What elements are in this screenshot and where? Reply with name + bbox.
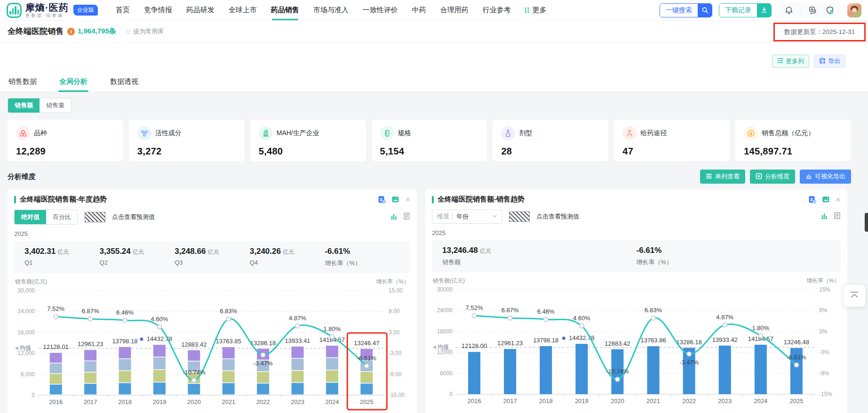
bar-2016-seg2[interactable] <box>50 374 62 384</box>
bar-2017-seg1[interactable] <box>84 384 96 394</box>
excel-download-icon[interactable] <box>378 195 386 203</box>
bar-2019-seg3[interactable] <box>153 357 166 369</box>
bar-2023-seg3[interactable] <box>292 359 304 370</box>
bar-chart-icon[interactable] <box>820 212 828 221</box>
growth-marker-2018[interactable] <box>544 317 548 322</box>
bar-2017[interactable] <box>504 349 516 394</box>
metric-toggle-2[interactable]: 销售量 <box>40 98 71 113</box>
action-button-3[interactable]: 可视化导出 <box>800 170 851 184</box>
stat-card-3[interactable]: MAH/生产企业5,480 <box>250 120 366 161</box>
trend-chart-left[interactable]: 30,00015.0024,0009.0018,0003.0012,000-3.… <box>14 286 410 411</box>
bar-2016-seg3[interactable] <box>50 364 62 373</box>
stat-card-2[interactable]: 活性成分3,272 <box>129 120 245 161</box>
dimension-select[interactable]: 维度：年份 <box>432 210 502 224</box>
nav-item-2[interactable]: 竞争情报 <box>144 0 172 20</box>
bar-2018-seg2[interactable] <box>119 371 131 382</box>
bar-2018-seg4[interactable] <box>119 347 131 358</box>
user-avatar[interactable] <box>847 3 861 17</box>
close-icon[interactable]: × <box>836 195 841 204</box>
report-icon[interactable] <box>403 212 410 222</box>
bar-chart-icon[interactable] <box>390 212 398 222</box>
nav-item-7[interactable]: 一致性评价 <box>363 0 398 20</box>
growth-marker-2025[interactable] <box>365 364 369 368</box>
bar-2021-seg4[interactable] <box>223 347 235 358</box>
growth-marker-2025[interactable] <box>794 363 798 367</box>
more-columns-button[interactable]: 更多列 <box>772 55 809 68</box>
growth-marker-2017[interactable] <box>508 316 512 320</box>
bar-2022-seg1[interactable] <box>257 383 269 394</box>
bar-2016-seg4[interactable] <box>50 353 62 363</box>
close-icon[interactable]: × <box>405 195 410 204</box>
bar-2019-seg4[interactable] <box>153 345 166 356</box>
bar-2021-seg3[interactable] <box>223 359 235 371</box>
quick-search-button[interactable]: 一键搜索 <box>660 3 712 17</box>
set-favorite-button[interactable]: ☆ 设为常用库 <box>125 27 164 36</box>
bar-2023-seg4[interactable] <box>292 347 304 358</box>
nav-item-3[interactable]: 药品研发 <box>186 0 215 20</box>
growth-marker-2021[interactable] <box>651 316 655 320</box>
bar-2025-seg1[interactable] <box>360 383 373 394</box>
tab-1[interactable]: 销售数据 <box>8 73 38 92</box>
bar-2020-seg1[interactable] <box>188 384 200 394</box>
growth-marker-2021[interactable] <box>226 317 231 321</box>
shield-check-icon[interactable] <box>825 5 835 16</box>
bar-2020-seg4[interactable] <box>188 350 200 361</box>
download-history-button[interactable]: 下载记录 <box>719 3 772 17</box>
nav-item-4[interactable]: 全球上市 <box>229 0 257 20</box>
growth-marker-2019[interactable] <box>157 324 161 329</box>
nav-item-1[interactable]: 首页 <box>116 0 130 20</box>
growth-marker-2020[interactable] <box>615 377 620 381</box>
growth-marker-2016[interactable] <box>472 314 477 318</box>
growth-marker-2022[interactable] <box>687 352 691 356</box>
bar-2019-seg1[interactable] <box>153 382 166 394</box>
bar-2018-seg1[interactable] <box>119 383 131 394</box>
bar-2021[interactable] <box>647 346 660 394</box>
growth-marker-2017[interactable] <box>88 317 93 321</box>
image-export-icon[interactable] <box>391 195 399 203</box>
bar-2017-seg3[interactable] <box>84 361 96 372</box>
forecast-hatch-swatch[interactable] <box>509 211 530 222</box>
nav-item-11[interactable]: 更多 <box>525 0 547 20</box>
page-scrollbar-thumb[interactable] <box>865 213 868 232</box>
brand-logo[interactable]: 摩熵·医药 查数据·找摩熵 企业版 <box>7 3 98 18</box>
export-button[interactable]: 导出 <box>814 55 845 68</box>
bar-2018[interactable] <box>540 346 552 394</box>
bar-2017-seg2[interactable] <box>84 373 96 383</box>
bar-2023-seg1[interactable] <box>292 383 304 394</box>
excel-download-icon[interactable] <box>808 195 816 203</box>
nav-item-10[interactable]: 行业参考 <box>483 0 511 20</box>
growth-marker-2019[interactable] <box>580 324 584 328</box>
growth-marker-2024[interactable] <box>758 333 763 338</box>
growth-marker-2023[interactable] <box>295 324 300 328</box>
translate-chat-icon[interactable] <box>808 5 818 16</box>
action-button-2[interactable]: 分析维度 <box>750 170 795 184</box>
action-button-1[interactable]: 单列查看 <box>700 170 745 184</box>
bar-2024-seg4[interactable] <box>326 346 338 357</box>
back-to-top-button[interactable] <box>843 284 866 307</box>
bar-2022-seg2[interactable] <box>257 372 269 383</box>
growth-marker-2016[interactable] <box>54 315 58 319</box>
stat-card-6[interactable]: 给药途径47 <box>614 120 730 161</box>
growth-marker-2023[interactable] <box>723 323 727 327</box>
forecast-hatch-swatch[interactable] <box>85 212 105 222</box>
growth-marker-2018[interactable] <box>123 318 127 323</box>
bar-2017-seg4[interactable] <box>84 350 96 360</box>
trend-chart-right[interactable]: 3000015%240009%180003%12000-3%6000-9%0-1… <box>432 285 841 410</box>
bar-2016[interactable] <box>468 352 480 394</box>
bar-2023[interactable] <box>719 346 731 394</box>
nav-item-9[interactable]: 合理用药 <box>440 0 469 20</box>
image-export-icon[interactable] <box>822 195 830 203</box>
nav-item-5[interactable]: 药品销售 <box>271 0 299 20</box>
bar-2024-seg3[interactable] <box>326 358 338 370</box>
growth-marker-2022[interactable] <box>261 353 265 357</box>
bar-2021-seg1[interactable] <box>223 383 235 395</box>
bar-2024-seg2[interactable] <box>326 371 338 382</box>
stat-card-5[interactable]: 剂型28 <box>493 120 608 161</box>
bell-icon[interactable] <box>784 5 794 16</box>
bar-2019-seg2[interactable] <box>153 370 166 382</box>
info-icon[interactable]: i <box>67 28 75 35</box>
value-mode-2[interactable]: 百分比 <box>46 210 78 224</box>
bar-2016-seg1[interactable] <box>50 385 62 395</box>
stat-card-4[interactable]: 规格5,154 <box>372 120 487 161</box>
metric-toggle-1[interactable]: 销售额 <box>8 98 40 113</box>
